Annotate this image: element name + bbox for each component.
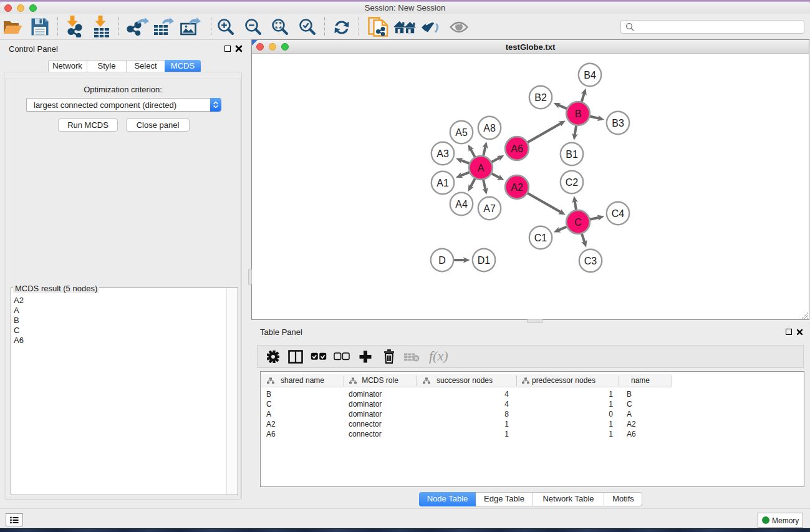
svg-text:A: A (478, 163, 485, 173)
svg-text:C: C (574, 217, 582, 228)
svg-text:A1: A1 (436, 178, 449, 188)
svg-text:A7: A7 (483, 203, 496, 214)
svg-text:D: D (438, 255, 446, 266)
svg-text:C1: C1 (534, 233, 547, 243)
svg-text:A3: A3 (436, 148, 449, 159)
svg-text:C4: C4 (612, 208, 625, 219)
svg-text:A8: A8 (483, 123, 496, 133)
svg-text:B3: B3 (612, 118, 624, 128)
svg-text:A2: A2 (511, 182, 523, 193)
svg-text:B4: B4 (584, 70, 596, 80)
svg-text:D1: D1 (478, 255, 491, 266)
svg-text:A6: A6 (511, 143, 523, 154)
svg-text:B: B (575, 109, 582, 119)
svg-text:C3: C3 (584, 256, 597, 266)
svg-text:A4: A4 (455, 199, 468, 210)
svg-text:A5: A5 (455, 127, 468, 138)
svg-text:B2: B2 (534, 92, 547, 103)
svg-text:C2: C2 (566, 177, 579, 188)
svg-text:B1: B1 (566, 149, 578, 160)
